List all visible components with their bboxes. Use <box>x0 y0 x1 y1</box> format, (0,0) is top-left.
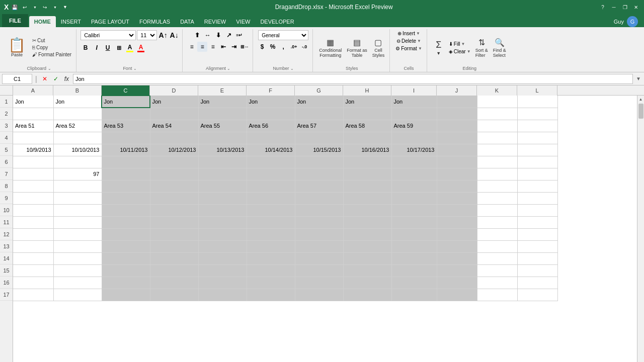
insert-button[interactable]: ⊕ Insert ▼ <box>396 30 422 37</box>
cell-H5[interactable]: 10/16/2013 <box>343 144 391 156</box>
cell-A9[interactable] <box>13 192 53 204</box>
user-avatar[interactable]: G <box>627 16 638 27</box>
cell-K1[interactable] <box>477 96 517 108</box>
tab-developer[interactable]: DEVELOPER <box>255 16 299 27</box>
cell-F4[interactable] <box>247 132 295 144</box>
fill-color-button[interactable]: A <box>125 43 135 53</box>
cell-B13[interactable] <box>53 240 102 252</box>
cell-E1[interactable]: Jon <box>198 96 247 108</box>
cell-D7[interactable] <box>150 168 198 180</box>
cell-D16[interactable] <box>150 277 198 289</box>
cell-L11[interactable] <box>517 216 557 228</box>
cell-K4[interactable] <box>477 132 517 144</box>
minimize-icon[interactable]: ─ <box>610 3 618 11</box>
cell-G11[interactable] <box>295 216 343 228</box>
scroll-up-arrow[interactable]: ▲ <box>637 96 645 103</box>
cell-J16[interactable] <box>437 277 477 289</box>
row-num-15[interactable]: 15 <box>0 264 13 277</box>
cell-H16[interactable] <box>343 277 391 289</box>
merge-center-button[interactable]: ⊞↔ <box>239 42 250 52</box>
cell-F16[interactable] <box>247 277 295 289</box>
cell-A15[interactable] <box>13 264 53 277</box>
tab-data[interactable]: DATA <box>175 16 199 27</box>
cell-K12[interactable] <box>477 228 517 240</box>
cell-L16[interactable] <box>517 277 557 289</box>
align-bottom-button[interactable]: ⬇ <box>213 30 223 40</box>
tab-page-layout[interactable]: PAGE LAYOUT <box>86 16 134 27</box>
cell-G14[interactable] <box>295 252 343 264</box>
cell-B11[interactable] <box>53 216 102 228</box>
fill-button[interactable]: ⬇ Fill ▼ <box>447 41 472 47</box>
decrease-indent-button[interactable]: ⇤ <box>218 42 228 52</box>
cell-J9[interactable] <box>437 192 477 204</box>
decrease-decimal-button[interactable]: -.0 <box>299 42 309 52</box>
row-num-14[interactable]: 14 <box>0 252 13 264</box>
tab-view[interactable]: VIEW <box>231 16 255 27</box>
tab-file[interactable]: FILE <box>2 14 28 27</box>
cell-D3[interactable]: Area 54 <box>150 120 198 132</box>
cell-A3[interactable]: Area 51 <box>13 120 53 132</box>
cell-B16[interactable] <box>53 277 102 289</box>
cell-I14[interactable] <box>391 252 437 264</box>
customize-icon[interactable]: ▼ <box>61 3 69 11</box>
cell-D12[interactable] <box>150 228 198 240</box>
cell-G13[interactable] <box>295 240 343 252</box>
cell-K8[interactable] <box>477 180 517 192</box>
restore-icon[interactable]: ❐ <box>621 3 629 11</box>
format-button[interactable]: ⚙ Format ▼ <box>394 45 424 52</box>
accept-formula-button[interactable]: ✓ <box>51 74 60 83</box>
cell-J13[interactable] <box>437 240 477 252</box>
increase-indent-button[interactable]: ⇥ <box>229 42 239 52</box>
cell-A14[interactable] <box>13 252 53 264</box>
cell-J6[interactable] <box>437 156 477 168</box>
cell-J4[interactable] <box>437 132 477 144</box>
conditional-formatting-button[interactable]: ▦ ConditionalFormatting <box>317 37 344 59</box>
cell-C6[interactable] <box>102 156 150 168</box>
cell-E10[interactable] <box>198 204 247 216</box>
align-top-button[interactable]: ⬆ <box>192 30 202 40</box>
cell-D15[interactable] <box>150 264 198 277</box>
cell-E17[interactable] <box>198 289 247 301</box>
undo-icon[interactable]: ↩ <box>21 3 29 11</box>
col-header-h[interactable]: H <box>343 85 391 96</box>
cell-E6[interactable] <box>198 156 247 168</box>
cell-E3[interactable]: Area 55 <box>198 120 247 132</box>
tab-insert[interactable]: INSERT <box>56 16 86 27</box>
formula-input[interactable] <box>73 74 633 84</box>
cell-E15[interactable] <box>198 264 247 277</box>
cell-B6[interactable] <box>53 156 102 168</box>
cell-G3[interactable]: Area 57 <box>295 120 343 132</box>
help-icon[interactable]: ? <box>599 3 607 11</box>
cell-G6[interactable] <box>295 156 343 168</box>
close-icon[interactable]: ✕ <box>632 3 640 11</box>
cell-I16[interactable] <box>391 277 437 289</box>
cell-I17[interactable] <box>391 289 437 301</box>
cell-B17[interactable] <box>53 289 102 301</box>
wrap-text-button[interactable]: ≡↵ <box>234 30 245 40</box>
cell-F6[interactable] <box>247 156 295 168</box>
cell-E8[interactable] <box>198 180 247 192</box>
cell-F14[interactable] <box>247 252 295 264</box>
cell-I8[interactable] <box>391 180 437 192</box>
cell-F8[interactable] <box>247 180 295 192</box>
cell-A12[interactable] <box>13 228 53 240</box>
cell-J8[interactable] <box>437 180 477 192</box>
bold-button[interactable]: B <box>80 43 91 53</box>
cell-K2[interactable] <box>477 108 517 120</box>
cell-H6[interactable] <box>343 156 391 168</box>
cell-H4[interactable] <box>343 132 391 144</box>
cell-I4[interactable] <box>391 132 437 144</box>
cell-C10[interactable] <box>102 204 150 216</box>
cell-F5[interactable]: 10/14/2013 <box>247 144 295 156</box>
cell-E2[interactable] <box>198 108 247 120</box>
cell-C2[interactable] <box>102 108 150 120</box>
cell-C16[interactable] <box>102 277 150 289</box>
cell-F2[interactable] <box>247 108 295 120</box>
cell-H15[interactable] <box>343 264 391 277</box>
col-header-l[interactable]: L <box>517 85 557 96</box>
col-header-g[interactable]: G <box>295 85 343 96</box>
cell-D14[interactable] <box>150 252 198 264</box>
cell-H13[interactable] <box>343 240 391 252</box>
cell-G8[interactable] <box>295 180 343 192</box>
cell-L1[interactable] <box>517 96 557 108</box>
